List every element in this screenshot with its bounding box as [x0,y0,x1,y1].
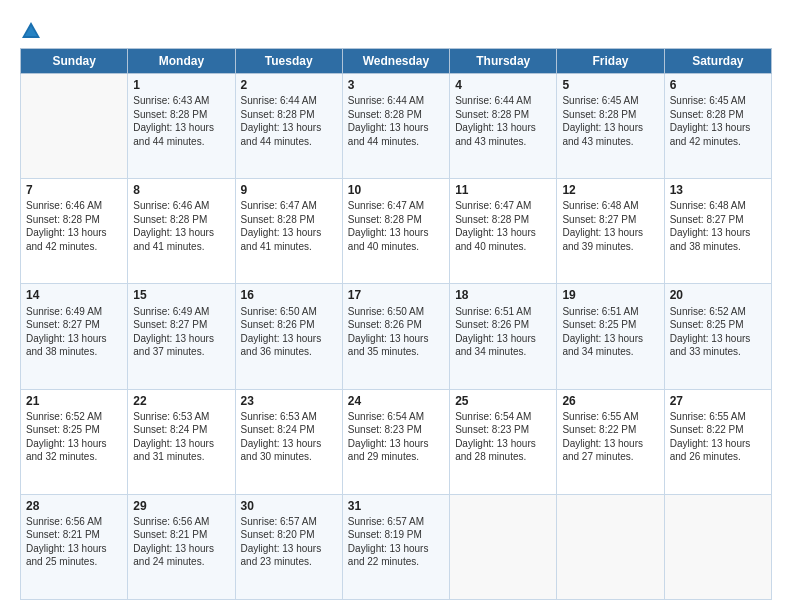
calendar-cell: 4Sunrise: 6:44 AMSunset: 8:28 PMDaylight… [450,74,557,179]
calendar-cell: 3Sunrise: 6:44 AMSunset: 8:28 PMDaylight… [342,74,449,179]
day-info: Sunrise: 6:49 AMSunset: 8:27 PMDaylight:… [133,305,229,359]
day-info: Sunrise: 6:56 AMSunset: 8:21 PMDaylight:… [133,515,229,569]
day-number: 17 [348,287,444,303]
day-number: 22 [133,393,229,409]
day-info: Sunrise: 6:47 AMSunset: 8:28 PMDaylight:… [455,199,551,253]
day-number: 12 [562,182,658,198]
calendar-cell: 18Sunrise: 6:51 AMSunset: 8:26 PMDayligh… [450,284,557,389]
day-info: Sunrise: 6:44 AMSunset: 8:28 PMDaylight:… [348,94,444,148]
day-number: 18 [455,287,551,303]
calendar-cell: 15Sunrise: 6:49 AMSunset: 8:27 PMDayligh… [128,284,235,389]
calendar-table: SundayMondayTuesdayWednesdayThursdayFrid… [20,48,772,600]
calendar-cell: 12Sunrise: 6:48 AMSunset: 8:27 PMDayligh… [557,179,664,284]
calendar-cell: 24Sunrise: 6:54 AMSunset: 8:23 PMDayligh… [342,389,449,494]
weekday-header-wednesday: Wednesday [342,49,449,74]
weekday-header-monday: Monday [128,49,235,74]
day-number: 27 [670,393,766,409]
calendar-week-5: 28Sunrise: 6:56 AMSunset: 8:21 PMDayligh… [21,494,772,599]
day-info: Sunrise: 6:53 AMSunset: 8:24 PMDaylight:… [133,410,229,464]
calendar-cell: 31Sunrise: 6:57 AMSunset: 8:19 PMDayligh… [342,494,449,599]
calendar-cell: 22Sunrise: 6:53 AMSunset: 8:24 PMDayligh… [128,389,235,494]
day-number: 25 [455,393,551,409]
calendar-cell: 25Sunrise: 6:54 AMSunset: 8:23 PMDayligh… [450,389,557,494]
calendar-cell: 1Sunrise: 6:43 AMSunset: 8:28 PMDaylight… [128,74,235,179]
day-number: 30 [241,498,337,514]
day-info: Sunrise: 6:55 AMSunset: 8:22 PMDaylight:… [562,410,658,464]
calendar-cell: 13Sunrise: 6:48 AMSunset: 8:27 PMDayligh… [664,179,771,284]
day-number: 13 [670,182,766,198]
calendar-cell [557,494,664,599]
day-info: Sunrise: 6:53 AMSunset: 8:24 PMDaylight:… [241,410,337,464]
calendar-cell: 21Sunrise: 6:52 AMSunset: 8:25 PMDayligh… [21,389,128,494]
day-number: 4 [455,77,551,93]
day-info: Sunrise: 6:47 AMSunset: 8:28 PMDaylight:… [241,199,337,253]
day-info: Sunrise: 6:57 AMSunset: 8:19 PMDaylight:… [348,515,444,569]
day-number: 21 [26,393,122,409]
calendar-cell: 17Sunrise: 6:50 AMSunset: 8:26 PMDayligh… [342,284,449,389]
day-info: Sunrise: 6:54 AMSunset: 8:23 PMDaylight:… [455,410,551,464]
day-info: Sunrise: 6:50 AMSunset: 8:26 PMDaylight:… [241,305,337,359]
day-number: 15 [133,287,229,303]
weekday-header-sunday: Sunday [21,49,128,74]
weekday-header-thursday: Thursday [450,49,557,74]
day-info: Sunrise: 6:52 AMSunset: 8:25 PMDaylight:… [26,410,122,464]
day-number: 11 [455,182,551,198]
day-info: Sunrise: 6:45 AMSunset: 8:28 PMDaylight:… [562,94,658,148]
page: SundayMondayTuesdayWednesdayThursdayFrid… [0,0,792,612]
calendar-cell: 5Sunrise: 6:45 AMSunset: 8:28 PMDaylight… [557,74,664,179]
calendar-week-3: 14Sunrise: 6:49 AMSunset: 8:27 PMDayligh… [21,284,772,389]
calendar-cell: 11Sunrise: 6:47 AMSunset: 8:28 PMDayligh… [450,179,557,284]
weekday-header-tuesday: Tuesday [235,49,342,74]
day-info: Sunrise: 6:51 AMSunset: 8:25 PMDaylight:… [562,305,658,359]
day-info: Sunrise: 6:46 AMSunset: 8:28 PMDaylight:… [26,199,122,253]
day-info: Sunrise: 6:46 AMSunset: 8:28 PMDaylight:… [133,199,229,253]
day-number: 7 [26,182,122,198]
calendar-cell: 29Sunrise: 6:56 AMSunset: 8:21 PMDayligh… [128,494,235,599]
day-number: 16 [241,287,337,303]
day-number: 9 [241,182,337,198]
weekday-header-saturday: Saturday [664,49,771,74]
day-number: 14 [26,287,122,303]
calendar-cell: 10Sunrise: 6:47 AMSunset: 8:28 PMDayligh… [342,179,449,284]
day-info: Sunrise: 6:55 AMSunset: 8:22 PMDaylight:… [670,410,766,464]
day-info: Sunrise: 6:48 AMSunset: 8:27 PMDaylight:… [670,199,766,253]
calendar-cell: 28Sunrise: 6:56 AMSunset: 8:21 PMDayligh… [21,494,128,599]
day-number: 20 [670,287,766,303]
day-info: Sunrise: 6:49 AMSunset: 8:27 PMDaylight:… [26,305,122,359]
calendar-cell: 26Sunrise: 6:55 AMSunset: 8:22 PMDayligh… [557,389,664,494]
day-info: Sunrise: 6:47 AMSunset: 8:28 PMDaylight:… [348,199,444,253]
header [20,16,772,42]
day-number: 8 [133,182,229,198]
calendar-cell [21,74,128,179]
weekday-row: SundayMondayTuesdayWednesdayThursdayFrid… [21,49,772,74]
calendar-cell: 27Sunrise: 6:55 AMSunset: 8:22 PMDayligh… [664,389,771,494]
day-info: Sunrise: 6:48 AMSunset: 8:27 PMDaylight:… [562,199,658,253]
weekday-header-friday: Friday [557,49,664,74]
calendar-cell: 16Sunrise: 6:50 AMSunset: 8:26 PMDayligh… [235,284,342,389]
calendar-cell [450,494,557,599]
calendar-cell: 2Sunrise: 6:44 AMSunset: 8:28 PMDaylight… [235,74,342,179]
calendar-week-4: 21Sunrise: 6:52 AMSunset: 8:25 PMDayligh… [21,389,772,494]
calendar-cell: 30Sunrise: 6:57 AMSunset: 8:20 PMDayligh… [235,494,342,599]
calendar-cell: 19Sunrise: 6:51 AMSunset: 8:25 PMDayligh… [557,284,664,389]
day-number: 31 [348,498,444,514]
day-info: Sunrise: 6:54 AMSunset: 8:23 PMDaylight:… [348,410,444,464]
calendar-week-1: 1Sunrise: 6:43 AMSunset: 8:28 PMDaylight… [21,74,772,179]
calendar-week-2: 7Sunrise: 6:46 AMSunset: 8:28 PMDaylight… [21,179,772,284]
day-number: 19 [562,287,658,303]
logo [20,20,46,42]
day-number: 2 [241,77,337,93]
day-number: 3 [348,77,444,93]
day-info: Sunrise: 6:57 AMSunset: 8:20 PMDaylight:… [241,515,337,569]
day-info: Sunrise: 6:44 AMSunset: 8:28 PMDaylight:… [241,94,337,148]
calendar-cell: 20Sunrise: 6:52 AMSunset: 8:25 PMDayligh… [664,284,771,389]
calendar-cell: 8Sunrise: 6:46 AMSunset: 8:28 PMDaylight… [128,179,235,284]
logo-icon [20,20,42,42]
calendar-cell [664,494,771,599]
calendar-cell: 23Sunrise: 6:53 AMSunset: 8:24 PMDayligh… [235,389,342,494]
day-number: 6 [670,77,766,93]
day-info: Sunrise: 6:44 AMSunset: 8:28 PMDaylight:… [455,94,551,148]
day-number: 23 [241,393,337,409]
calendar-cell: 6Sunrise: 6:45 AMSunset: 8:28 PMDaylight… [664,74,771,179]
calendar-cell: 7Sunrise: 6:46 AMSunset: 8:28 PMDaylight… [21,179,128,284]
